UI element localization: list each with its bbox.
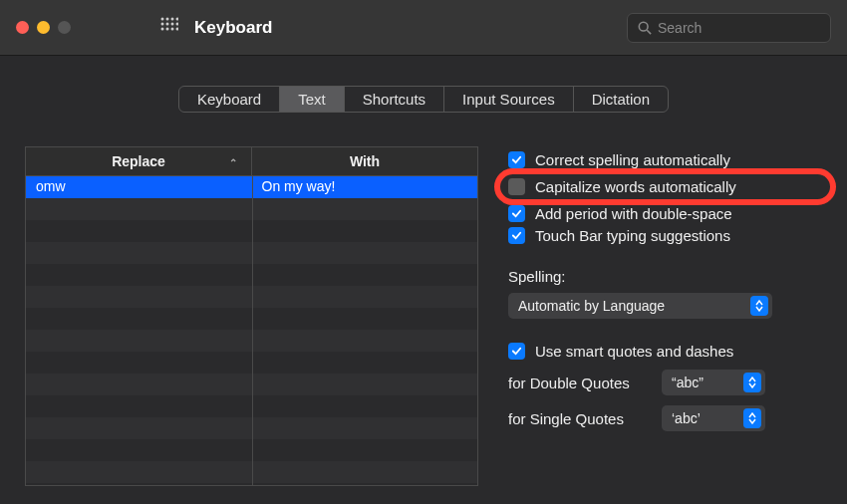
touch-bar-label: Touch Bar typing suggestions (535, 227, 730, 244)
svg-point-6 (171, 22, 174, 25)
column-divider (252, 176, 253, 485)
tab-dictation[interactable]: Dictation (574, 87, 668, 112)
svg-point-11 (176, 27, 179, 30)
touch-bar-checkbox[interactable] (508, 227, 525, 244)
add-period-row: Add period with double-space (508, 205, 822, 222)
sort-caret-icon: ⌃ (229, 157, 237, 168)
correct-spelling-label: Correct spelling automatically (535, 151, 730, 168)
double-quotes-label: for Double Quotes (508, 375, 648, 391)
select-arrows-icon (743, 373, 761, 392)
svg-point-7 (176, 22, 179, 25)
column-header-replace[interactable]: Replace ⌃ (26, 147, 252, 175)
svg-point-4 (161, 22, 164, 25)
spelling-label: Spelling: (508, 268, 822, 285)
single-quotes-label: for Single Quotes (508, 410, 648, 427)
svg-line-13 (647, 30, 651, 34)
replace-cell: omw (26, 176, 252, 198)
smart-quotes-checkbox[interactable] (508, 343, 525, 360)
capitalize-checkbox[interactable] (508, 178, 525, 195)
correct-spelling-checkbox[interactable] (508, 151, 525, 168)
svg-point-1 (166, 17, 169, 20)
titlebar: Keyboard Search (0, 0, 847, 56)
svg-point-0 (161, 17, 164, 20)
search-placeholder: Search (658, 20, 702, 36)
tab-text[interactable]: Text (280, 87, 345, 112)
search-input[interactable]: Search (627, 13, 831, 43)
smart-quotes-label: Use smart quotes and dashes (535, 343, 733, 360)
correct-spelling-row: Correct spelling automatically (508, 151, 822, 168)
spelling-value: Automatic by Language (518, 298, 665, 314)
double-quotes-select[interactable]: “abc” (662, 370, 765, 395)
add-period-label: Add period with double-space (535, 205, 732, 222)
zoom-window-button[interactable] (58, 21, 71, 34)
text-replacement-table: Replace ⌃ With omw On my way! (25, 146, 478, 486)
touch-bar-row: Touch Bar typing suggestions (508, 227, 822, 244)
select-arrows-icon (750, 296, 768, 316)
capitalize-row: Capitalize words automatically (508, 178, 822, 195)
svg-point-2 (171, 17, 174, 20)
add-period-checkbox[interactable] (508, 205, 525, 222)
tab-keyboard[interactable]: Keyboard (179, 87, 280, 112)
svg-point-3 (176, 17, 179, 20)
svg-point-12 (639, 22, 648, 31)
svg-point-8 (161, 27, 164, 30)
svg-point-5 (166, 22, 169, 25)
double-quotes-value: “abc” (672, 375, 704, 390)
search-icon (638, 21, 652, 35)
text-options-panel: Correct spelling automatically Capitaliz… (508, 146, 822, 486)
select-arrows-icon (743, 408, 761, 428)
single-quotes-select[interactable]: ‘abc’ (662, 405, 765, 431)
tab-shortcuts[interactable]: Shortcuts (345, 87, 444, 112)
close-window-button[interactable] (16, 21, 29, 34)
show-all-icon[interactable] (160, 17, 178, 39)
window-title: Keyboard (194, 18, 272, 38)
nav-arrows (101, 19, 131, 37)
single-quotes-value: ‘abc’ (672, 410, 701, 426)
column-header-with[interactable]: With (252, 147, 477, 175)
window-controls (16, 21, 71, 34)
svg-point-10 (171, 27, 174, 30)
capitalize-label: Capitalize words automatically (535, 178, 736, 195)
tab-input-sources[interactable]: Input Sources (444, 87, 574, 112)
single-quotes-row: for Single Quotes ‘abc’ (508, 405, 822, 431)
minimize-window-button[interactable] (37, 21, 50, 34)
svg-point-9 (166, 27, 169, 30)
with-cell: On my way! (252, 176, 478, 198)
spelling-select[interactable]: Automatic by Language (508, 293, 772, 319)
double-quotes-row: for Double Quotes “abc” (508, 370, 822, 395)
smart-quotes-row: Use smart quotes and dashes (508, 343, 822, 360)
tabs: Keyboard Text Shortcuts Input Sources Di… (25, 86, 822, 113)
